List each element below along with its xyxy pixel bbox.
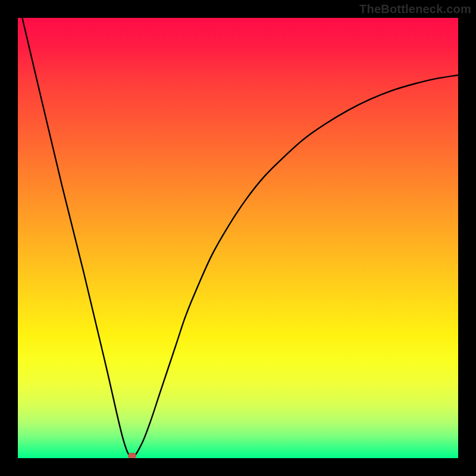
chart-frame: TheBottleneck.com bbox=[0, 0, 476, 476]
plot-area bbox=[18, 18, 458, 458]
attribution-text: TheBottleneck.com bbox=[359, 2, 471, 16]
optimum-marker bbox=[128, 453, 136, 458]
curve-svg bbox=[18, 18, 458, 458]
bottleneck-curve-path bbox=[22, 18, 458, 456]
